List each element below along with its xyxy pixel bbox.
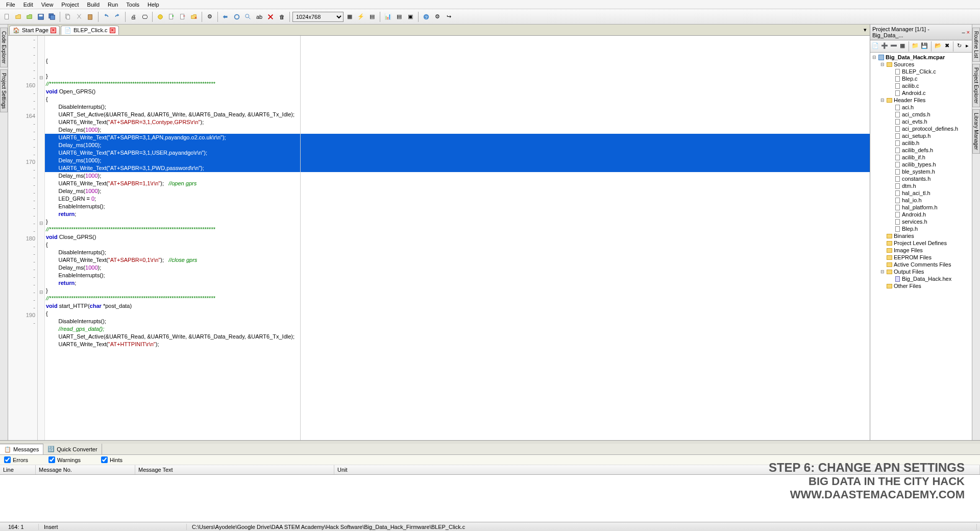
code-line[interactable]: UART6_Write_Text("AT+HTTPINIT\r\n"); (45, 341, 870, 348)
messages-tab[interactable]: 📋 Messages (0, 444, 43, 454)
menu-edit[interactable]: Edit (19, 1, 37, 8)
code-line[interactable]: //read_gps_data(); (45, 325, 870, 333)
tree-file[interactable]: aci_evts.h (871, 118, 971, 125)
code-line[interactable]: return; (45, 210, 870, 218)
warnings-filter[interactable]: Warnings (48, 456, 81, 463)
code-line[interactable]: void Close_GPRS() (45, 233, 870, 241)
code-line[interactable]: Delay_ms(1000); (45, 157, 870, 164)
resolution-select[interactable]: 1024x768 (292, 12, 344, 22)
help-icon[interactable]: ? (421, 12, 431, 22)
code-line[interactable]: { (45, 241, 870, 249)
tree-file[interactable]: acilib.c (871, 82, 971, 89)
code-line[interactable]: //**************************************… (45, 80, 870, 88)
minimize-icon[interactable]: – (962, 29, 965, 35)
close-icon[interactable]: × (110, 28, 115, 33)
code-line[interactable]: UART_Set_Active(&UART6_Read, &UART6_Writ… (45, 111, 870, 118)
close-icon[interactable]: × (51, 28, 56, 33)
tree-file[interactable]: hal_io.h (871, 197, 971, 204)
code-line[interactable]: UART6_Write_Text("AT+SAPBR=3,1,Contype,G… (45, 118, 870, 126)
remove-icon[interactable]: ➖ (890, 41, 898, 50)
col-text[interactable]: Message Text (135, 465, 334, 474)
config-icon[interactable]: ⚙ (432, 12, 443, 22)
code-explorer-tab[interactable]: Code Explorer (0, 28, 8, 67)
tree-folder[interactable]: EEPROM Files (871, 254, 971, 261)
new-icon[interactable] (2, 12, 12, 22)
quick-converter-tab[interactable]: 🔢 Quick Converter (43, 444, 102, 454)
close-proj-icon[interactable]: ✖ (943, 41, 950, 50)
tree-file[interactable]: Android.c (871, 89, 971, 96)
tree-folder[interactable]: ⊟Sources (871, 61, 971, 68)
code-line[interactable]: { (45, 95, 870, 103)
col-unit[interactable]: Unit (334, 465, 980, 474)
code-line[interactable]: } (45, 287, 870, 295)
settings-icon[interactable]: ⚙ (205, 12, 215, 22)
tree-file[interactable]: hal_platform.h (871, 204, 971, 211)
add-icon[interactable]: ➕ (880, 41, 889, 50)
code-line[interactable]: DisableInterrupts(); (45, 103, 870, 111)
tree-folder[interactable]: Other Files (871, 282, 971, 289)
tab-menu-icon[interactable]: ▾ (862, 27, 869, 33)
project-tree[interactable]: ⊟Big_Data_Hack.mcpar⊟SourcesBLEP_Click.c… (870, 53, 972, 440)
delete-icon[interactable]: 🗑 (277, 12, 287, 22)
close-icon[interactable] (265, 12, 276, 22)
new-proj-icon[interactable]: 📄 (871, 41, 879, 50)
code-line[interactable]: UART6_Write_Text("AT+SAPBR=3,1,USER,paya… (45, 149, 870, 157)
paste-icon[interactable] (85, 12, 95, 22)
routine-list-tab[interactable]: Routine List (972, 28, 980, 62)
code-line[interactable] (45, 65, 870, 73)
tree-file[interactable]: Blep.h (871, 225, 971, 232)
code-line[interactable]: Delay_ms(1000); (45, 172, 870, 180)
tree-file[interactable]: Blep.c (871, 75, 971, 82)
redo-icon[interactable] (112, 12, 122, 22)
tree-file[interactable]: services.h (871, 218, 971, 225)
exit-icon[interactable]: ↪ (444, 12, 454, 22)
tree-file[interactable]: aci_protocol_defines.h (871, 125, 971, 132)
menu-run[interactable]: Run (104, 1, 122, 8)
menu-build[interactable]: Build (83, 1, 104, 8)
tree-folder[interactable]: ⊟Output Files (871, 268, 971, 275)
code-line[interactable]: EnableInterrupts(); (45, 203, 870, 210)
tree-file[interactable]: acilib_types.h (871, 161, 971, 168)
code-line[interactable]: Delay_ms(1000); (45, 141, 870, 149)
tree-file[interactable]: ble_system.h (871, 168, 971, 175)
project-explorer-tab[interactable]: Project Explorer (972, 64, 980, 107)
code-line[interactable]: //**************************************… (45, 295, 870, 302)
code-line[interactable]: LED_GRN = 0; (45, 195, 870, 203)
replace-icon[interactable]: ab (254, 12, 264, 22)
menu-view[interactable]: View (37, 1, 58, 8)
menu-help[interactable]: Help (143, 1, 163, 8)
project-root[interactable]: ⊟Big_Data_Hack.mcpar (871, 54, 971, 61)
tree-file[interactable]: acilib.h (871, 139, 971, 147)
tree-folder[interactable]: Image Files (871, 247, 971, 254)
code-line[interactable]: //**************************************… (45, 226, 870, 233)
cut-icon[interactable] (74, 12, 84, 22)
project-settings-tab[interactable]: Project Settings (0, 69, 8, 112)
tree-folder[interactable]: Active Comments Files (871, 261, 971, 268)
tree-file[interactable]: acilib_defs.h (871, 147, 971, 154)
step-icon[interactable] (155, 12, 165, 22)
code-line[interactable]: DisableInterrupts(); (45, 249, 870, 256)
misc-icon[interactable]: ▦ (899, 41, 906, 50)
remove-file-icon[interactable] (178, 12, 188, 22)
code-line[interactable]: UART6_Write_Text("AT+SAPBR=3,1,APN,payan… (45, 134, 870, 141)
fold-gutter[interactable]: ⊟⊟⊟ (38, 36, 45, 440)
code-line[interactable]: Delay_ms(1000); (45, 264, 870, 272)
tree-folder[interactable]: ⊟Header Files (871, 96, 971, 104)
tree-file[interactable]: dtm.h (871, 182, 971, 189)
code-line[interactable]: { (45, 57, 870, 65)
prog-icon[interactable]: ▤ (367, 12, 377, 22)
save-all-icon[interactable] (47, 12, 57, 22)
tab-blep-click[interactable]: 📄 BLEP_Click.c × (61, 26, 119, 35)
close-proj-icon[interactable] (189, 12, 199, 22)
open-icon[interactable] (13, 12, 23, 22)
code-line[interactable]: EnableInterrupts(); (45, 272, 870, 279)
list-icon[interactable]: ▤ (394, 12, 404, 22)
code-line[interactable]: Delay_ms(1000); (45, 187, 870, 195)
open-proj-icon[interactable] (24, 12, 35, 22)
col-line[interactable]: Line (0, 465, 36, 474)
close-icon[interactable]: × (967, 29, 970, 35)
menu-file[interactable]: File (2, 1, 19, 8)
find-icon[interactable] (243, 12, 253, 22)
tree-hex[interactable]: Big_Data_Hack.hex (871, 275, 971, 282)
tree-file[interactable]: constants.h (871, 175, 971, 182)
